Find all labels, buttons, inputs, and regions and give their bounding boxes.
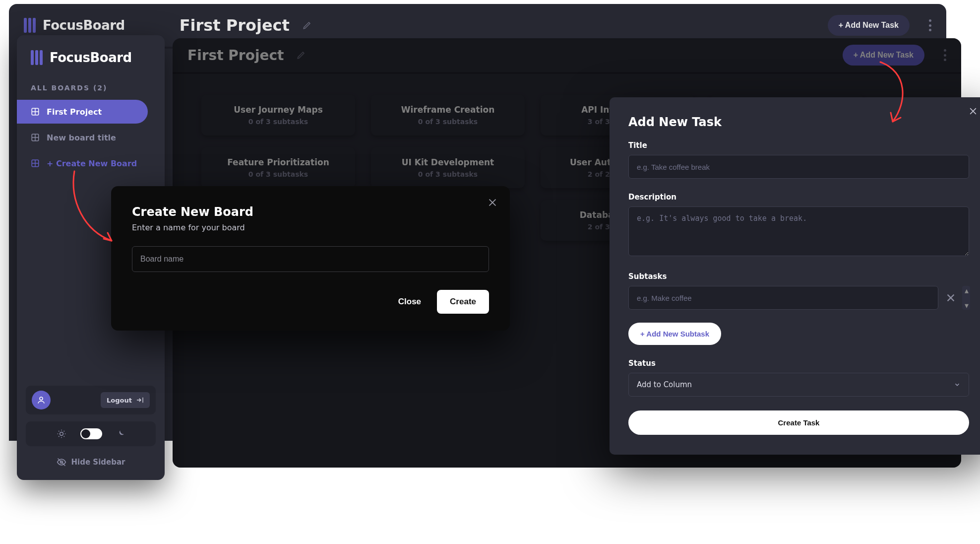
task-title-input[interactable] xyxy=(628,155,969,179)
svg-point-3 xyxy=(40,397,43,400)
title-label: Title xyxy=(628,141,969,150)
scroll-down-icon[interactable]: ▾ xyxy=(962,301,971,310)
sidebar-logo: FocusBoard xyxy=(17,35,165,70)
logout-button[interactable]: Logout xyxy=(101,392,150,408)
modal-close-button[interactable]: Close xyxy=(395,290,424,314)
moon-icon xyxy=(116,429,125,438)
modal-subtitle: Enter a name for your board xyxy=(132,223,489,232)
logout-icon xyxy=(136,396,144,404)
avatar[interactable] xyxy=(32,391,51,409)
logo: FocusBoard xyxy=(24,18,125,33)
sidebar-item-new-board-title[interactable]: New board title xyxy=(17,126,148,149)
back-kebab-icon[interactable] xyxy=(928,19,931,31)
sidebar-item-label: New board title xyxy=(47,133,116,142)
subtasks-label: Subtasks xyxy=(628,272,969,281)
board-list: First Project New board title + Create N… xyxy=(17,100,165,175)
sidebar-item-create-board[interactable]: + Create New Board xyxy=(17,151,148,175)
logo-text: FocusBoard xyxy=(50,50,132,65)
sidebar-item-label: + Create New Board xyxy=(47,159,137,168)
logout-label: Logout xyxy=(107,397,132,404)
logo-text: FocusBoard xyxy=(43,18,125,33)
board-icon xyxy=(31,159,40,168)
subtask-input[interactable] xyxy=(628,286,938,310)
board-name-input[interactable] xyxy=(132,246,489,272)
modal-create-button[interactable]: Create xyxy=(437,290,489,314)
theme-toggle-row xyxy=(26,421,156,446)
remove-subtask-icon[interactable] xyxy=(945,292,956,303)
edit-icon[interactable] xyxy=(303,21,311,30)
hide-sidebar-button[interactable]: Hide Sidebar xyxy=(26,453,156,471)
scroll-up-icon[interactable]: ▴ xyxy=(962,286,971,295)
create-task-button[interactable]: Create Task xyxy=(628,410,969,435)
back-project-title: First Project xyxy=(180,16,290,35)
modal-title: Create New Board xyxy=(132,205,489,219)
all-boards-label: ALL BOARDS (2) xyxy=(17,70,165,100)
back-add-task-button[interactable]: + Add New Task xyxy=(828,15,910,36)
description-label: Description xyxy=(628,193,969,202)
sidebar-item-label: First Project xyxy=(47,107,102,117)
svg-point-4 xyxy=(60,432,63,436)
close-icon[interactable] xyxy=(968,106,978,116)
scrollbar[interactable]: ▴ ▾ xyxy=(962,286,971,310)
account-row: Logout xyxy=(26,386,156,414)
logo-bars-icon xyxy=(31,50,43,65)
board-icon xyxy=(31,133,40,142)
user-icon xyxy=(37,396,46,405)
task-panel-title: Add New Task xyxy=(628,115,969,129)
subtask-row xyxy=(628,286,956,310)
task-description-input[interactable] xyxy=(628,206,969,256)
create-board-modal: Create New Board Enter a name for your b… xyxy=(111,186,510,331)
close-icon[interactable] xyxy=(487,197,498,208)
eye-off-icon xyxy=(57,457,66,467)
board-icon xyxy=(31,107,40,116)
status-value: Add to Column xyxy=(637,380,692,389)
logo-bars-icon xyxy=(24,18,36,33)
status-select[interactable]: Add to Column xyxy=(628,373,969,397)
hide-sidebar-label: Hide Sidebar xyxy=(71,458,125,467)
add-subtask-button[interactable]: + Add New Subtask xyxy=(628,323,721,345)
status-label: Status xyxy=(628,359,969,368)
sun-icon xyxy=(57,429,66,439)
theme-toggle[interactable] xyxy=(80,428,102,439)
sidebar-item-first-project[interactable]: First Project xyxy=(17,100,148,124)
chevron-down-icon xyxy=(954,381,961,388)
add-task-panel: Add New Task Title Description Subtasks … xyxy=(610,97,980,455)
